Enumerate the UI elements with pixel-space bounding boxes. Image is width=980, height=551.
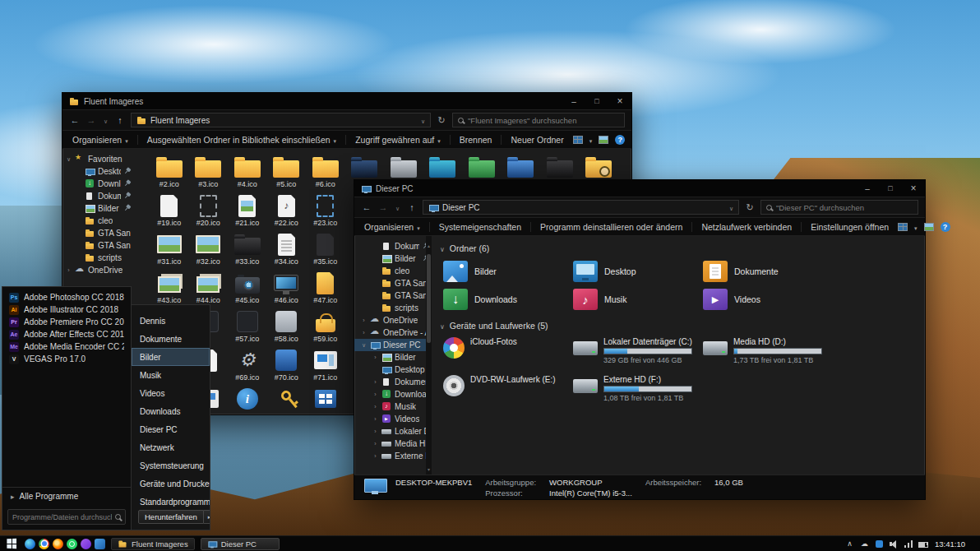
- nav-item[interactable]: Desktop: [354, 363, 432, 376]
- back-button[interactable]: [361, 202, 372, 212]
- refresh-button[interactable]: [744, 202, 756, 213]
- start-menu-program[interactable]: Me Adobe Media Encoder CC 2018: [2, 340, 131, 353]
- nav-item[interactable]: Dokumente: [354, 240, 432, 252]
- refresh-button[interactable]: [436, 115, 447, 126]
- expand-chevron-icon[interactable]: ›: [372, 441, 378, 447]
- preview-pane-icon[interactable]: [924, 223, 934, 231]
- file-item[interactable]: #71.ico: [306, 347, 345, 386]
- preview-pane-icon[interactable]: [599, 136, 608, 144]
- nav-item[interactable]: › Externe HD (F:): [354, 450, 432, 462]
- onedrive-icon[interactable]: ☁: [859, 539, 870, 549]
- start-search-box[interactable]: [7, 509, 126, 525]
- recent-locations-button[interactable]: [394, 202, 401, 212]
- file-item[interactable]: #20.ico: [189, 192, 229, 231]
- drive-tile[interactable]: iCloud-Fotos: [440, 335, 570, 373]
- nav-item[interactable]: GTA San Andreas: [354, 289, 432, 302]
- maximize-button[interactable]: [585, 93, 608, 109]
- expand-chevron-icon[interactable]: ›: [372, 404, 378, 410]
- start-menu-item[interactable]: Systemsteuerung: [132, 456, 210, 475]
- firefox-icon[interactable]: [53, 539, 63, 549]
- taskbar-button-fluent-imageres[interactable]: Fluent Imageres: [111, 538, 195, 550]
- network-icon[interactable]: [904, 539, 914, 549]
- start-menu-item[interactable]: Downloads: [132, 402, 210, 420]
- folder-tile[interactable]: Videos: [700, 285, 830, 313]
- address-dropdown-icon[interactable]: [421, 116, 425, 125]
- forward-button[interactable]: [377, 202, 389, 212]
- all-programs-button[interactable]: Alle Programme: [2, 487, 131, 505]
- file-item[interactable]: #70.ico: [267, 347, 307, 386]
- start-search-input[interactable]: [12, 513, 112, 521]
- file-item[interactable]: #22.ico: [267, 192, 307, 231]
- change-view-icon[interactable]: [898, 223, 908, 231]
- file-item[interactable]: #5.ico: [267, 154, 307, 192]
- file-item[interactable]: #47.ico: [306, 270, 345, 308]
- up-button[interactable]: [114, 115, 126, 125]
- start-menu-program[interactable]: Pr Adobe Premiere Pro CC 2018: [2, 316, 131, 328]
- drive-tile[interactable]: Lokaler Datenträger (C:) 329 GB frei von…: [570, 335, 700, 373]
- nav-item[interactable]: › Lokaler Datenträ...: [354, 425, 432, 438]
- file-item[interactable]: #45.ico: [228, 270, 267, 308]
- nav-item[interactable]: › OneDrive: [62, 264, 133, 276]
- nav-item[interactable]: GTA San Andreas: [62, 239, 133, 252]
- drive-tile[interactable]: DVD-RW-Laufwerk (E:): [440, 373, 570, 410]
- folder-tile[interactable]: Bilder: [440, 257, 570, 285]
- start-menu-item[interactable]: Dennis: [132, 312, 210, 330]
- nav-item[interactable]: › Downloads: [354, 388, 432, 401]
- file-item[interactable]: #35.ico: [306, 231, 345, 270]
- nav-item[interactable]: Bilder: [62, 202, 133, 215]
- drives-section-header[interactable]: Geräte und Laufwerke (5): [438, 318, 920, 333]
- shutdown-button[interactable]: Herunterfahren: [138, 510, 204, 524]
- collapse-chevron-icon[interactable]: [440, 243, 445, 253]
- file-item[interactable]: #31.ico: [150, 231, 189, 270]
- file-item[interactable]: #59.ico: [306, 308, 345, 347]
- file-item[interactable]: #2.ico: [150, 154, 189, 192]
- change-view-caret-icon[interactable]: [589, 135, 593, 145]
- file-item[interactable]: #4.ico: [228, 154, 267, 192]
- expand-chevron-icon[interactable]: ›: [372, 416, 378, 422]
- folders-section-header[interactable]: Ordner (6): [438, 241, 920, 256]
- search-box[interactable]: [760, 200, 918, 215]
- toolbar-button[interactable]: Zugriff gewähren auf: [345, 135, 450, 145]
- toolbar-button[interactable]: Ausgewählten Ordner in Bibliothek einsch…: [137, 135, 345, 145]
- start-menu-program[interactable]: V VEGAS Pro 17.0: [2, 353, 131, 365]
- folder-tile[interactable]: Desktop: [570, 257, 700, 285]
- address-dropdown-icon[interactable]: [729, 203, 733, 212]
- minimize-button[interactable]: [562, 93, 585, 109]
- nav-item[interactable]: Dokumente: [62, 190, 133, 202]
- battery-icon[interactable]: [918, 539, 929, 549]
- titlebar[interactable]: Dieser PC: [354, 180, 925, 197]
- mail-app-icon[interactable]: [95, 539, 105, 549]
- folder-tile[interactable]: Downloads: [440, 285, 570, 313]
- toolbar-button[interactable]: Programm deinstallieren oder ändern: [530, 222, 691, 232]
- close-button[interactable]: [608, 93, 631, 109]
- start-menu-item[interactable]: Standardprogramme: [132, 493, 210, 511]
- start-menu-item[interactable]: Musik: [132, 366, 210, 384]
- file-item[interactable]: #23.ico: [306, 192, 345, 231]
- nav-item[interactable]: Downloads: [62, 178, 133, 190]
- edge-icon[interactable]: [25, 539, 35, 549]
- toolbar-button[interactable]: Organisieren: [363, 222, 429, 232]
- scroll-up-icon[interactable]: [428, 236, 430, 251]
- recent-locations-button[interactable]: [102, 115, 109, 125]
- hidden-icons-chevron[interactable]: ∧: [844, 539, 855, 549]
- nav-item[interactable]: Desktop: [62, 165, 133, 178]
- expand-chevron-icon[interactable]: ›: [361, 317, 367, 323]
- expand-chevron-icon[interactable]: ›: [372, 428, 378, 434]
- nav-item[interactable]: › OneDrive: [354, 314, 432, 326]
- expand-chevron-icon[interactable]: ›: [361, 330, 367, 336]
- nav-item[interactable]: scripts: [62, 252, 133, 264]
- scroll-down-icon[interactable]: [428, 460, 430, 475]
- minimize-button[interactable]: [856, 180, 879, 197]
- start-menu-program[interactable]: Ps Adobe Photoshop CC 2018: [2, 291, 131, 303]
- start-menu-item[interactable]: Dieser PC: [132, 420, 210, 438]
- forward-button[interactable]: [86, 115, 97, 125]
- file-item[interactable]: #44.ico: [189, 270, 229, 308]
- nav-item[interactable]: › Bilder: [354, 351, 432, 363]
- volume-icon[interactable]: [889, 539, 899, 549]
- titlebar[interactable]: Fluent Imageres: [62, 93, 631, 109]
- start-menu-program[interactable]: Ai Adobe Illustrator CC 2018: [2, 303, 131, 316]
- expand-chevron-icon[interactable]: ›: [372, 354, 378, 360]
- change-view-caret-icon[interactable]: [914, 222, 918, 232]
- chat-app-icon[interactable]: [81, 539, 91, 549]
- help-icon[interactable]: [941, 222, 950, 232]
